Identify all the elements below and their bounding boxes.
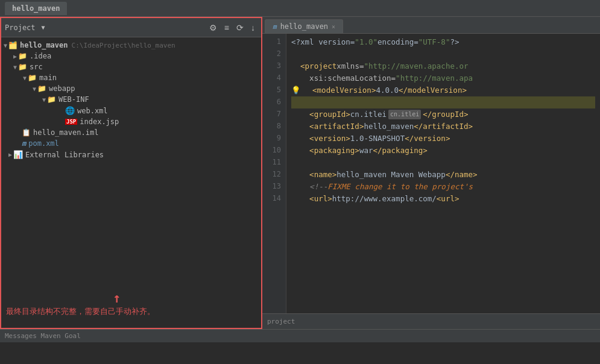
annotation-text: 最终目录结构不完整，需要自己手动补齐。 [6,306,155,317]
sort-btn[interactable]: ≡ [222,22,232,34]
line-num-9: 9 [267,133,281,145]
tree-item-extlibs[interactable]: ▶ 📊 External Libraries [1,149,261,160]
project-label: Project [5,24,36,32]
line-num-4: 4 [267,72,281,84]
tree-item-idea[interactable]: ▶ 📁 .idea [1,51,261,61]
iml-label: hello_maven.iml [33,128,98,137]
code-line-8: <artifactId> hello_maven </artifactId> [291,121,595,133]
webxml-label: web.xml [77,107,108,115]
tree-item-pom[interactable]: m pom.xml [1,138,261,149]
root-arrow-icon: ▼ [4,42,7,49]
extlibs-arrow-icon: ▶ [8,151,12,158]
line-num-3: 3 [267,60,281,72]
code-line-13: <!-- FIXME change it to the project's [291,181,595,193]
code-line-2 [291,48,595,60]
code-area: 1 2 3 4 5 6 7 8 9 10 11 12 13 14 <?xml v… [262,34,600,313]
tree-root[interactable]: ▼ 🗂️ hello_maven C:\IdeaProject\hello_ma… [1,40,261,51]
code-line-3: <project xmlns="http://maven.apache.or [291,60,595,72]
code-line-5: 💡 <modelVersion> 4.0.0 </modelVersion> [291,84,595,96]
webinf-label: WEB-INF [58,95,89,104]
main-area: Project ▼ ⚙ ≡ ⟳ ↓ ▼ 🗂️ hello_maven C:\Id… [0,17,600,329]
tab-close-btn[interactable]: × [332,24,335,30]
src-label: src [30,63,43,71]
project-panel: Project ▼ ⚙ ≡ ⟳ ↓ ▼ 🗂️ hello_maven C:\Id… [0,17,262,329]
code-line-9: <version> 1.0-SNAPSHOT </version> [291,133,595,145]
root-path: C:\IdeaProject\hello_maven [72,42,175,49]
main-label: main [39,74,57,82]
settings-btn[interactable]: ⚙ [207,22,219,34]
main-arrow-icon: ▼ [23,75,27,81]
expand-btn[interactable]: ⟳ [234,22,246,34]
editor-panel: m hello_maven × 1 2 3 4 5 6 7 8 9 10 11 … [262,17,600,329]
title-tab[interactable]: hello_maven [5,2,67,15]
line-num-2: 2 [267,48,281,60]
line-num-6: 6 [267,96,281,108]
status-bar: project [262,313,600,329]
line-num-11: 11 [267,157,281,169]
src-arrow-icon: ▼ [13,64,17,71]
idea-label: .idea [30,52,51,60]
code-content[interactable]: <?xml version="1.0" encoding="UTF-8"?> <… [286,34,600,313]
code-line-4: xsi:schemaLocation="http://maven.apa [291,72,595,84]
code-line-6 [291,96,595,108]
project-toolbar: Project ▼ ⚙ ≡ ⟳ ↓ [1,18,261,37]
code-line-1: <?xml version="1.0" encoding="UTF-8"?> [291,36,595,48]
editor-tab-pom[interactable]: m hello_maven × [265,19,343,33]
tree-item-webinf[interactable]: ▼ 📁 WEB-INF [1,94,261,105]
line-num-10: 10 [267,145,281,157]
annotation-area: ↑ 最终目录结构不完整，需要自己手动补齐。 [1,292,261,328]
project-tree: ▼ 🗂️ hello_maven C:\IdeaProject\hello_ma… [1,37,261,292]
webapp-label: webapp [49,84,75,93]
code-line-11 [291,157,595,169]
bottom-label: Messages Maven Goal [5,332,81,340]
bottom-bar: Messages Maven Goal [0,329,600,342]
code-line-7: <groupId> cn.itlei cn.itlei </groupId> [291,108,595,121]
tab-pom-icon: m [273,23,277,31]
code-line-10: <packaging> war </packaging> [291,145,595,157]
line-num-13: 13 [267,181,281,193]
line-num-7: 7 [267,108,281,121]
line-num-8: 8 [267,121,281,133]
indexjsp-label: index.jsp [80,118,119,126]
status-text: project [267,318,295,325]
line-num-5: 5 [267,84,281,96]
line-num-14: 14 [267,193,281,205]
pom-label: pom.xml [28,139,59,148]
tree-item-webxml[interactable]: 🌐 web.xml [1,105,261,116]
line-num-1: 1 [267,36,281,48]
extlibs-label: External Libraries [25,151,104,159]
annotation-arrow-icon: ↑ [113,292,121,305]
tree-item-iml[interactable]: 📋 hello_maven.iml [1,127,261,138]
tab-pom-label: hello_maven [280,22,328,31]
dropdown-arrow-icon[interactable]: ▼ [42,24,45,31]
webinf-arrow-icon: ▼ [42,96,46,103]
tree-item-src[interactable]: ▼ 📁 src [1,61,261,72]
line-num-12: 12 [267,169,281,181]
code-line-12: <name> hello_maven Maven Webapp </name> [291,169,595,181]
tree-item-webapp[interactable]: ▼ 📁 webapp [1,83,261,94]
tree-item-indexjsp[interactable]: JSP index.jsp [1,116,261,127]
code-line-14: <url> http://www.example.com/ <url> [291,193,595,205]
tree-item-main[interactable]: ▼ 📁 main [1,72,261,83]
title-bar: hello_maven [0,0,600,17]
editor-tabs: m hello_maven × [262,17,600,34]
root-label: hello_maven [20,41,68,49]
idea-arrow-icon: ▶ [13,53,17,60]
lightbulb-icon: 💡 [291,84,301,96]
webapp-arrow-icon: ▼ [33,86,36,92]
collapse-btn[interactable]: ↓ [248,22,257,34]
line-numbers: 1 2 3 4 5 6 7 8 9 10 11 12 13 14 [262,34,286,313]
